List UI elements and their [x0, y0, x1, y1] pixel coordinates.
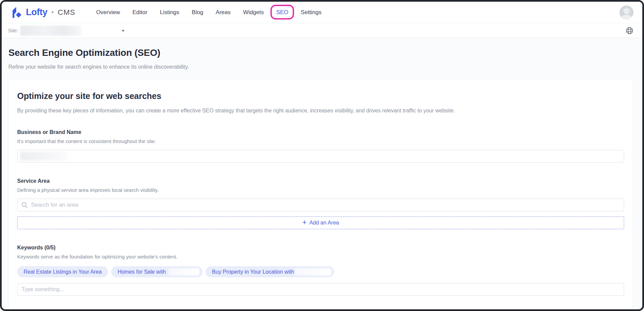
- business-name-value-redacted: [20, 152, 67, 161]
- site-label: Site:: [8, 28, 18, 33]
- page-title: Search Engine Optimization (SEO): [8, 47, 632, 58]
- add-area-button[interactable]: + Add an Area: [17, 216, 624, 229]
- site-name-redacted[interactable]: [20, 26, 82, 36]
- keyword-chip[interactable]: Homes for Sale with: [111, 266, 202, 277]
- brand-separator: •: [51, 8, 54, 16]
- keyword-chip-redacted: [295, 268, 331, 276]
- business-name-helper: It's important that the content is consi…: [17, 138, 624, 144]
- site-selector-bar: Site: ▼: [2, 23, 642, 38]
- nav-items: Overview Editor Listings Blog Areas Widg…: [96, 9, 321, 16]
- keyword-chip-redacted: [168, 268, 199, 276]
- nav-item-seo[interactable]: SEO: [276, 9, 288, 15]
- nav-item-areas[interactable]: Areas: [216, 9, 230, 16]
- keyword-chip-label: Real Estate Listings in Your Area: [24, 269, 102, 275]
- service-area-label: Service Area: [17, 178, 624, 184]
- app-window: Lofty • CMS Overview Editor Listings Blo…: [0, 0, 644, 311]
- nav-item-blog[interactable]: Blog: [192, 9, 203, 16]
- keyword-chip[interactable]: Buy Property in Your Location with: [205, 266, 334, 277]
- lofty-logo-icon: [10, 6, 23, 19]
- nav-item-seo-wrapper: SEO: [276, 9, 288, 16]
- site-dropdown-caret-icon[interactable]: ▼: [121, 29, 125, 33]
- plus-icon: +: [302, 219, 307, 226]
- card-description: By providing these key pieces of informa…: [17, 108, 624, 114]
- card-heading: Optimize your site for web searches: [17, 91, 624, 101]
- business-name-label: Business or Brand Name: [17, 129, 624, 135]
- brand-product: CMS: [58, 8, 75, 17]
- user-avatar[interactable]: [619, 5, 634, 20]
- avatar-head-shape: [623, 8, 630, 14]
- area-search-wrapper: [17, 199, 624, 211]
- keyword-chip[interactable]: Real Estate Listings in Your Area: [17, 266, 108, 277]
- nav-item-settings[interactable]: Settings: [301, 9, 321, 16]
- keyword-input[interactable]: [17, 283, 624, 296]
- area-search-input[interactable]: [17, 199, 624, 211]
- nav-item-listings[interactable]: Listings: [160, 9, 180, 16]
- keywords-helper: Keywords serve as the foundation for opt…: [17, 254, 624, 260]
- seo-settings-card: Optimize your site for web searches By p…: [8, 79, 633, 311]
- keyword-chips-row: Real Estate Listings in Your Area Homes …: [17, 266, 624, 277]
- brand-logo[interactable]: Lofty • CMS: [10, 6, 75, 19]
- nav-item-overview[interactable]: Overview: [96, 9, 120, 16]
- keyword-chip-label: Homes for Sale with: [118, 269, 166, 275]
- avatar-body-shape: [621, 15, 632, 20]
- keywords-label: Keywords (0/5): [17, 245, 624, 251]
- nav-item-widgets[interactable]: Widgets: [243, 9, 264, 16]
- keyword-chip-label: Buy Property in Your Location with: [212, 269, 294, 275]
- service-area-helper: Defining a physical service area improve…: [17, 187, 624, 193]
- business-name-input[interactable]: [17, 150, 624, 163]
- main-content: Search Engine Optimization (SEO) Refine …: [2, 38, 642, 311]
- add-area-label: Add an Area: [309, 220, 339, 226]
- search-icon: [21, 202, 28, 208]
- brand-name: Lofty: [26, 7, 47, 18]
- page-subtitle: Refine your website for search engines t…: [8, 64, 632, 70]
- language-globe-icon[interactable]: [625, 27, 634, 35]
- top-navigation: Lofty • CMS Overview Editor Listings Blo…: [2, 2, 642, 23]
- nav-item-editor[interactable]: Editor: [132, 9, 147, 16]
